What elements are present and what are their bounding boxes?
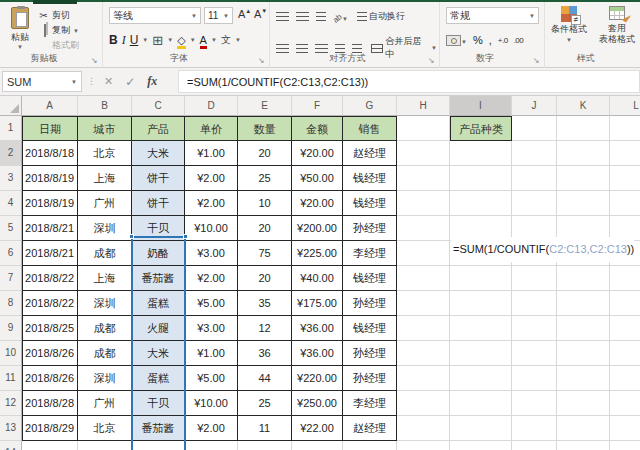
cell-D3[interactable]: ¥2.00 [185, 166, 238, 191]
name-box-resize-handle[interactable]: ⋮ [87, 76, 96, 86]
cell-L4[interactable] [610, 191, 640, 216]
column-header-J[interactable]: J [512, 96, 557, 116]
cell-H13[interactable] [397, 416, 450, 441]
cell-G2[interactable]: 赵经理 [343, 141, 397, 166]
cell-B12[interactable]: 广州 [78, 391, 132, 416]
cell-K11[interactable] [557, 366, 610, 391]
cell-G7[interactable]: 钱经理 [343, 266, 397, 291]
cell-K13[interactable] [557, 416, 610, 441]
column-header-G[interactable]: G [343, 96, 397, 116]
font-size-select[interactable]: 11▼ [204, 7, 233, 24]
cell-F4[interactable]: ¥20.00 [292, 191, 343, 216]
cell-G8[interactable]: 孙经理 [343, 291, 397, 316]
cell-J7[interactable] [512, 266, 557, 291]
comma-style-button[interactable]: , [489, 34, 492, 46]
cell-G6[interactable]: 李经理 [343, 241, 397, 266]
clipboard-dialog-launcher[interactable]: ↘ [89, 56, 99, 66]
cell-B8[interactable]: 深圳 [78, 291, 132, 316]
row-header-11[interactable]: 11 [0, 366, 22, 391]
cell-G9[interactable]: 钱经理 [343, 316, 397, 341]
cell-E3[interactable]: 25 [238, 166, 292, 191]
cell-I1[interactable]: 产品种类 [450, 116, 512, 141]
cell-J14[interactable] [512, 441, 557, 450]
cell-H6[interactable] [397, 241, 450, 266]
cell-L9[interactable] [610, 316, 640, 341]
cell-B10[interactable]: 成都 [78, 341, 132, 366]
cell-K12[interactable] [557, 391, 610, 416]
cell-D2[interactable]: ¥1.00 [185, 141, 238, 166]
row-header-6[interactable]: 6 [0, 241, 22, 266]
cell-D11[interactable]: ¥5.00 [185, 366, 238, 391]
cell-B7[interactable]: 上海 [78, 266, 132, 291]
cell-H4[interactable] [397, 191, 450, 216]
row-header-12[interactable]: 12 [0, 391, 22, 416]
cell-K1[interactable] [557, 116, 610, 141]
cell-E1[interactable]: 数量 [238, 116, 292, 141]
cell-A10[interactable]: 2018/8/26 [22, 341, 78, 366]
align-bottom-icon[interactable] [316, 12, 326, 21]
column-header-H[interactable]: H [397, 96, 450, 116]
paste-dropdown-arrow-icon[interactable]: ▼ [5, 44, 35, 50]
cell-E6[interactable]: 75 [238, 241, 292, 266]
cell-A1[interactable]: 日期 [22, 116, 78, 141]
row-header-5[interactable]: 5 [0, 216, 22, 241]
cell-L3[interactable] [610, 166, 640, 191]
cell-F13[interactable]: ¥22.00 [292, 416, 343, 441]
cancel-formula-button[interactable]: ✕ [104, 75, 113, 88]
cell-H2[interactable] [397, 141, 450, 166]
column-header-E[interactable]: E [238, 96, 292, 116]
cell-C10[interactable]: 大米 [132, 341, 185, 366]
formula-input[interactable]: =SUM(1/COUNTIF(C2:C13,C2:C13)) [178, 70, 640, 93]
cell-G14[interactable] [343, 441, 397, 450]
cell-I8[interactable] [450, 291, 512, 316]
cell-F5[interactable]: ¥200.00 [292, 216, 343, 241]
row-header-3[interactable]: 3 [0, 166, 22, 191]
cell-F3[interactable]: ¥50.00 [292, 166, 343, 191]
cell-D12[interactable]: ¥10.00 [185, 391, 238, 416]
cell-H8[interactable] [397, 291, 450, 316]
cell-G1[interactable]: 销售 [343, 116, 397, 141]
cell-C1[interactable]: 产品 [132, 116, 185, 141]
orientation-button[interactable]: ab▼ [333, 11, 348, 23]
cell-F8[interactable]: ¥175.00 [292, 291, 343, 316]
cell-D14[interactable] [185, 441, 238, 450]
underline-button[interactable]: U [130, 33, 139, 47]
cell-L8[interactable] [610, 291, 640, 316]
cell-i2-formula-edit[interactable]: =SUM(1/COUNTIF(C2:C13,C2:C13)) [451, 237, 634, 262]
cell-C6[interactable]: 奶酪 [132, 241, 185, 266]
cell-H12[interactable] [397, 391, 450, 416]
column-header-K[interactable]: K [557, 96, 610, 116]
cell-D7[interactable]: ¥2.00 [185, 266, 238, 291]
cell-B13[interactable]: 北京 [78, 416, 132, 441]
cell-A9[interactable]: 2018/8/25 [22, 316, 78, 341]
row-header-4[interactable]: 4 [0, 191, 22, 216]
cell-I3[interactable] [450, 166, 512, 191]
cell-H11[interactable] [397, 366, 450, 391]
cell-E4[interactable]: 10 [238, 191, 292, 216]
cell-A3[interactable]: 2018/8/19 [22, 166, 78, 191]
cell-E2[interactable]: 20 [238, 141, 292, 166]
name-box[interactable]: SUM▼ [2, 71, 82, 92]
cell-H3[interactable] [397, 166, 450, 191]
increase-font-size-button[interactable]: A▲ [238, 8, 251, 20]
cell-G10[interactable]: 孙经理 [343, 341, 397, 366]
row-header-14[interactable]: 14 [0, 441, 22, 450]
cell-F10[interactable]: ¥36.00 [292, 341, 343, 366]
row-header-2[interactable]: 2 [0, 141, 22, 166]
cell-F6[interactable]: ¥225.00 [292, 241, 343, 266]
cell-A5[interactable]: 2018/8/21 [22, 216, 78, 241]
cell-G5[interactable]: 孙经理 [343, 216, 397, 241]
align-top-icon[interactable] [276, 12, 289, 21]
cell-I9[interactable] [450, 316, 512, 341]
cell-D13[interactable]: ¥2.00 [185, 416, 238, 441]
cell-L10[interactable] [610, 341, 640, 366]
copy-button[interactable]: 复制▼ [38, 23, 102, 38]
cell-J4[interactable] [512, 191, 557, 216]
cell-G13[interactable]: 赵经理 [343, 416, 397, 441]
cell-D10[interactable]: ¥1.00 [185, 341, 238, 366]
cell-C7[interactable]: 番茄酱 [132, 266, 185, 291]
alignment-dialog-launcher[interactable]: ↘ [426, 56, 436, 66]
cell-B3[interactable]: 上海 [78, 166, 132, 191]
cell-K9[interactable] [557, 316, 610, 341]
format-painter-button[interactable]: 格式刷 [38, 38, 102, 53]
